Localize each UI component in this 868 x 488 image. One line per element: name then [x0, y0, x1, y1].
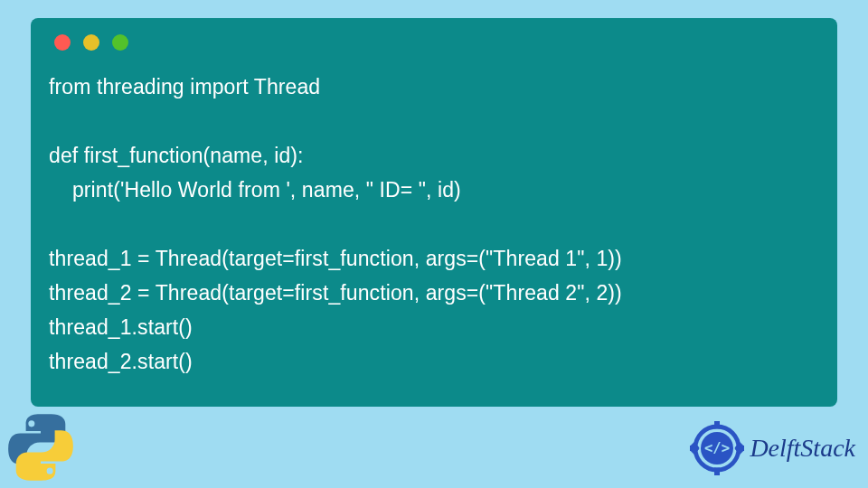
brand-text: DelftStack — [750, 434, 855, 463]
svg-text:</>: </> — [704, 440, 730, 456]
delftstack-brand: </> DelftStack — [690, 421, 855, 475]
window-controls — [54, 34, 819, 51]
delft-gear-icon: </> — [690, 421, 744, 475]
maximize-dot-icon — [112, 34, 128, 51]
svg-rect-2 — [714, 468, 720, 475]
svg-rect-1 — [714, 421, 720, 428]
code-block: from threading import Thread def first_f… — [49, 70, 819, 379]
python-logo-icon — [5, 412, 76, 483]
code-window: from threading import Thread def first_f… — [31, 18, 837, 407]
minimize-dot-icon — [83, 34, 99, 51]
close-dot-icon — [54, 34, 71, 51]
